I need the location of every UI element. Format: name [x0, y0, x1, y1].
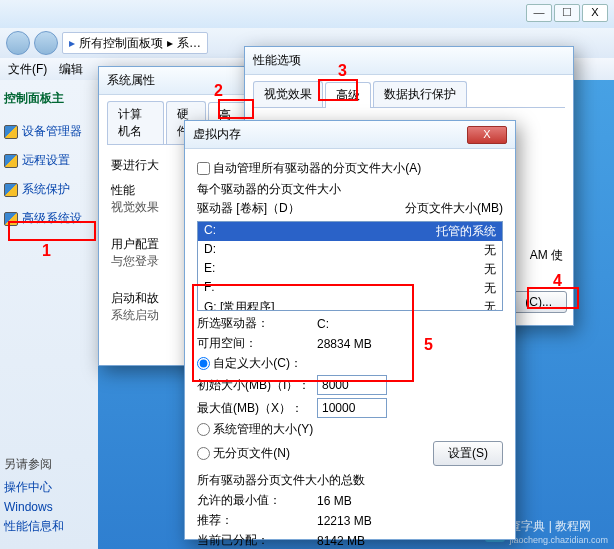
drive-row-d[interactable]: D:无 — [198, 241, 502, 260]
sidebar-item-remote[interactable]: 远程设置 — [4, 152, 94, 169]
drive-row-c[interactable]: C:托管的系统 — [198, 222, 502, 241]
perfopts-titlebar: 性能选项 — [245, 47, 573, 75]
sidebar-header: 控制面板主 — [4, 90, 94, 107]
vmem-body: 自动管理所有驱动器的分页文件大小(A) 每个驱动器的分页文件大小 驱动器 [卷标… — [185, 149, 515, 549]
seealso-perf-info[interactable]: 性能信息和 — [4, 518, 94, 535]
sidebar-item-device-manager[interactable]: 设备管理器 — [4, 123, 94, 140]
seealso-action-center[interactable]: 操作中心 — [4, 479, 94, 496]
seealso-title: 另请参阅 — [4, 456, 94, 473]
shield-icon — [4, 125, 18, 139]
col-drive: 驱动器 [卷标]（D） — [197, 200, 300, 217]
min-label: 允许的最小值： — [197, 492, 317, 509]
minimize-button[interactable]: — — [526, 4, 552, 22]
shield-icon — [4, 212, 18, 226]
initial-size-input[interactable] — [317, 375, 387, 395]
marker-3: 3 — [338, 62, 347, 80]
close-button[interactable]: X — [582, 4, 608, 22]
sidebar: 控制面板主 设备管理器 远程设置 系统保护 高级系统设 另请参阅 操作中心 Wi… — [0, 80, 98, 549]
vmem-titlebar: 虚拟内存 X — [185, 121, 515, 149]
marker-5: 5 — [424, 336, 433, 354]
system-managed-radio[interactable]: 系统管理的大小(Y) — [197, 421, 503, 438]
crumb-all: 所有控制面板项 — [79, 35, 163, 52]
max-size-label: 最大值(MB)（X）： — [197, 400, 317, 417]
sidebar-item-advanced[interactable]: 高级系统设 — [4, 210, 94, 227]
max-size-input[interactable] — [317, 398, 387, 418]
cur-label: 当前已分配： — [197, 532, 317, 549]
drive-row-f[interactable]: F:无 — [198, 279, 502, 298]
selected-drive-value: C: — [317, 317, 329, 331]
virtual-memory-dialog: 虚拟内存 X 自动管理所有驱动器的分页文件大小(A) 每个驱动器的分页文件大小 … — [184, 120, 516, 540]
menu-file[interactable]: 文件(F) — [8, 61, 47, 78]
perfopts-tabs: 视觉效果 高级 数据执行保护 — [253, 81, 565, 108]
change-button[interactable]: (C)... — [510, 291, 567, 313]
breadcrumb[interactable]: ▸ 所有控制面板项 ▸ 系… — [62, 32, 208, 54]
marker-1: 1 — [42, 242, 51, 260]
seealso-windows[interactable]: Windows — [4, 500, 94, 514]
sidebar-item-protection[interactable]: 系统保护 — [4, 181, 94, 198]
close-icon[interactable]: X — [467, 126, 507, 144]
available-space-label: 可用空间： — [197, 335, 317, 352]
tab-dep[interactable]: 数据执行保护 — [373, 81, 467, 107]
tab-visual-effects[interactable]: 视觉效果 — [253, 81, 323, 107]
drive-row-e[interactable]: E:无 — [198, 260, 502, 279]
rec-value: 12213 MB — [317, 514, 372, 528]
initial-size-label: 初始大小(MB)（I）： — [197, 377, 317, 394]
marker-4: 4 — [553, 272, 562, 290]
marker-2: 2 — [214, 82, 223, 100]
outer-titlebar: — ☐ X — [0, 0, 614, 28]
back-icon[interactable] — [6, 31, 30, 55]
set-button[interactable]: 设置(S) — [433, 441, 503, 466]
forward-icon[interactable] — [34, 31, 58, 55]
totals-title: 所有驱动器分页文件大小的总数 — [197, 472, 503, 489]
tab-perf-advanced[interactable]: 高级 — [325, 82, 371, 108]
shield-icon — [4, 183, 18, 197]
drive-list[interactable]: C:托管的系统 D:无 E:无 F:无 G: [常用程序]无 — [197, 221, 503, 311]
selected-drive-label: 所选驱动器： — [197, 315, 317, 332]
crumb-system: 系… — [177, 35, 201, 52]
seealso: 另请参阅 操作中心 Windows 性能信息和 — [4, 456, 94, 539]
tab-computer-name[interactable]: 计算机名 — [107, 101, 164, 144]
auto-manage-checkbox[interactable]: 自动管理所有驱动器的分页文件大小(A) — [197, 160, 503, 177]
rec-label: 推荐： — [197, 512, 317, 529]
available-space-value: 28834 MB — [317, 337, 372, 351]
drive-row-g[interactable]: G: [常用程序]无 — [198, 298, 502, 311]
shield-icon — [4, 154, 18, 168]
vmem-title: 虚拟内存 — [193, 126, 241, 143]
maximize-button[interactable]: ☐ — [554, 4, 580, 22]
min-value: 16 MB — [317, 494, 352, 508]
sysprops-titlebar: 系统属性 — [99, 67, 257, 95]
ram-text: AM 使 — [530, 247, 563, 264]
cur-value: 8142 MB — [317, 534, 365, 548]
each-drive-label: 每个驱动器的分页文件大小 — [197, 181, 503, 198]
col-size: 分页文件大小(MB) — [405, 200, 503, 217]
custom-size-radio[interactable]: 自定义大小(C)： — [197, 355, 503, 372]
no-paging-radio[interactable]: 无分页文件(N) — [197, 445, 290, 462]
menu-edit[interactable]: 编辑 — [59, 61, 83, 78]
